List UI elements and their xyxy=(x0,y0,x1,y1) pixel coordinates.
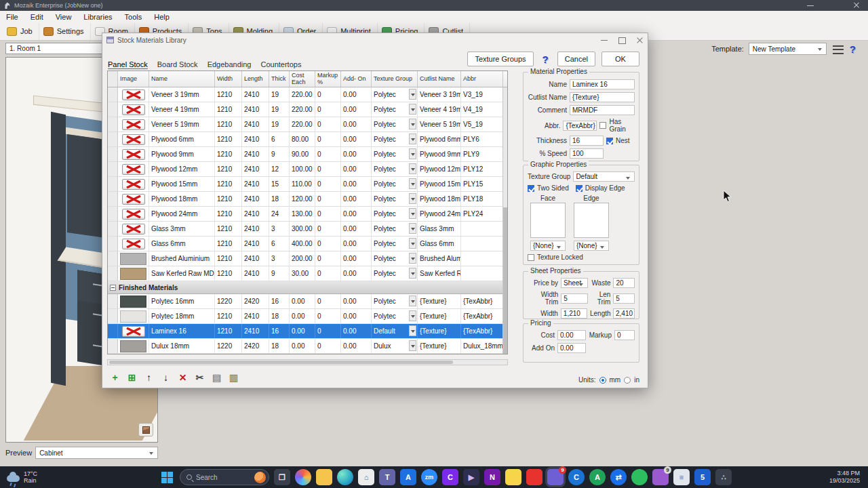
row-selector[interactable] xyxy=(108,192,118,206)
row-selector[interactable] xyxy=(108,162,118,176)
texture-group-cell[interactable]: Polytec xyxy=(372,237,418,251)
face-texture-box[interactable] xyxy=(530,203,566,238)
image-cell[interactable] xyxy=(118,222,149,236)
row-selector[interactable] xyxy=(108,324,118,338)
table-row[interactable]: Plywood 24mm1210241024130.0000.00Polytec… xyxy=(108,207,507,222)
c-app-icon[interactable]: C xyxy=(568,469,585,485)
table-row[interactable]: Plywood 6mm12102410680.0000.00PolytecPly… xyxy=(108,132,507,147)
column-header[interactable]: Name xyxy=(149,71,215,87)
row-selector[interactable] xyxy=(108,117,118,131)
column-header[interactable]: Length xyxy=(242,71,269,87)
p-app-icon[interactable]: 9 xyxy=(652,469,669,485)
texture-group-cell[interactable]: Polytec xyxy=(372,192,418,206)
row-selector[interactable] xyxy=(108,132,118,146)
markup-field[interactable]: 0 xyxy=(614,330,635,340)
group-row[interactable]: Finished Materials xyxy=(108,281,507,294)
add-group-button[interactable]: ⊞ xyxy=(125,370,139,384)
notes-app-icon[interactable]: ≡ xyxy=(673,469,690,485)
texture-group-cell[interactable]: Polytec xyxy=(372,87,418,102)
close-icon[interactable] xyxy=(852,1,861,9)
image-cell[interactable] xyxy=(118,87,149,102)
waste-field[interactable]: 20 xyxy=(613,278,635,288)
column-header[interactable]: Texture Group xyxy=(372,71,418,87)
texture-dropdown-button[interactable] xyxy=(409,193,416,204)
texture-group-cell[interactable]: Polytec xyxy=(372,117,418,131)
texture-dropdown-button[interactable] xyxy=(409,163,416,174)
image-cell[interactable] xyxy=(118,251,149,266)
speed-field[interactable]: 100 xyxy=(570,148,604,159)
add-material-button[interactable]: + xyxy=(108,370,122,384)
weather-widget[interactable]: 17°C Rain xyxy=(7,470,37,485)
teams-icon[interactable]: T xyxy=(379,469,395,485)
move-down-button[interactable]: ↓ xyxy=(159,370,173,384)
column-header[interactable]: Add- On xyxy=(341,71,372,87)
clipchamp-icon[interactable]: ▶ xyxy=(463,469,479,485)
image-cell[interactable] xyxy=(118,237,149,251)
texture-group-cell[interactable]: Dulux xyxy=(372,339,418,353)
search-input[interactable]: Search xyxy=(180,469,269,485)
texture-group-cell[interactable]: Polytec xyxy=(372,132,418,146)
copilot-icon[interactable] xyxy=(295,469,311,485)
texture-groups-button[interactable]: Texture Groups xyxy=(467,52,533,66)
image-cell[interactable] xyxy=(118,117,149,131)
cutlist-name-field[interactable]: {Texture} xyxy=(570,92,635,102)
dialog-close-icon[interactable] xyxy=(635,37,644,44)
menu-libraries[interactable]: Libraries xyxy=(77,12,118,22)
tab-edgebanding[interactable]: Edgebanding xyxy=(208,60,252,69)
ok-button[interactable]: OK xyxy=(601,52,639,66)
row-selector[interactable] xyxy=(108,309,118,323)
texture-group-cell[interactable]: Polytec xyxy=(372,177,418,191)
vertical-scrollbar-thumb[interactable] xyxy=(503,207,507,354)
sticky-notes-icon[interactable] xyxy=(505,469,521,485)
dialog-minimize-icon[interactable] xyxy=(600,37,608,44)
adobe-icon[interactable] xyxy=(526,469,542,485)
mozaik-taskbar-icon[interactable]: 9 xyxy=(547,469,564,485)
texture-group-cell[interactable]: Polytec xyxy=(372,222,418,236)
texture-dropdown-button[interactable] xyxy=(409,325,416,336)
texture-dropdown-button[interactable] xyxy=(409,208,416,219)
units-mm-radio[interactable] xyxy=(599,377,606,384)
row-selector[interactable] xyxy=(108,147,118,161)
dialog-maximize-icon[interactable] xyxy=(618,37,626,44)
width-trim-field[interactable]: 5 xyxy=(561,293,588,304)
table-row[interactable]: Brushed Aluminium121024103200.0000.00Pol… xyxy=(108,251,507,266)
horizontal-scrollbar-thumb[interactable] xyxy=(109,361,453,364)
row-selector[interactable] xyxy=(108,177,118,191)
row-selector[interactable] xyxy=(108,102,118,117)
paste-button[interactable]: ▥ xyxy=(226,370,241,384)
tab-board-stock[interactable]: Board Stock xyxy=(157,60,198,69)
menu-tools[interactable]: Tools xyxy=(119,12,149,22)
table-row[interactable]: Plywood 15mm1210241015110.0000.00Polytec… xyxy=(108,177,507,192)
texture-group-cell[interactable]: Polytec xyxy=(372,147,418,161)
texture-group-cell[interactable]: Polytec xyxy=(372,309,418,323)
image-cell[interactable] xyxy=(118,177,149,191)
column-header[interactable]: Cost Each xyxy=(290,71,315,87)
image-cell[interactable] xyxy=(118,192,149,206)
table-row[interactable]: Laminex 1612102410160.0000.00Default{Tex… xyxy=(108,324,507,339)
horizontal-scrollbar[interactable] xyxy=(107,359,508,365)
has-grain-checkbox[interactable] xyxy=(599,122,606,129)
image-cell[interactable] xyxy=(118,207,149,221)
menu-file[interactable]: File xyxy=(0,12,24,22)
image-cell[interactable] xyxy=(118,266,149,281)
tab-panel-stock[interactable]: Panel Stock xyxy=(108,60,148,69)
toolbar-settings[interactable]: Settings xyxy=(39,23,91,40)
texture-dropdown-button[interactable] xyxy=(409,148,416,159)
move-up-button[interactable]: ↑ xyxy=(142,370,156,384)
preview-mode-select[interactable]: Cabinet xyxy=(35,447,158,459)
name-field[interactable]: Laminex 16 xyxy=(570,79,635,89)
texture-group-cell[interactable]: Default xyxy=(372,324,418,338)
table-row[interactable]: Plywood 9mm12102410990.0000.00PolytecPly… xyxy=(108,147,507,162)
teamviewer-icon[interactable]: ⇄ xyxy=(610,469,627,485)
toolbar-job[interactable]: Job xyxy=(3,23,39,40)
table-row[interactable]: Saw Kerfed Raw MDF ...12102410930.0000.0… xyxy=(108,266,507,281)
texture-dropdown-button[interactable] xyxy=(409,134,416,144)
hamburger-icon[interactable] xyxy=(831,43,845,54)
image-cell[interactable] xyxy=(118,339,149,353)
texture-group-cell[interactable]: Polytec xyxy=(372,102,418,117)
sheet-width-field[interactable]: 1,210 xyxy=(561,308,587,319)
add-on-field[interactable]: 0.00 xyxy=(557,343,586,353)
texture-dropdown-button[interactable] xyxy=(409,178,416,189)
zoom-icon[interactable]: zm xyxy=(421,469,437,485)
price-by-select[interactable]: Sheet xyxy=(561,278,588,288)
